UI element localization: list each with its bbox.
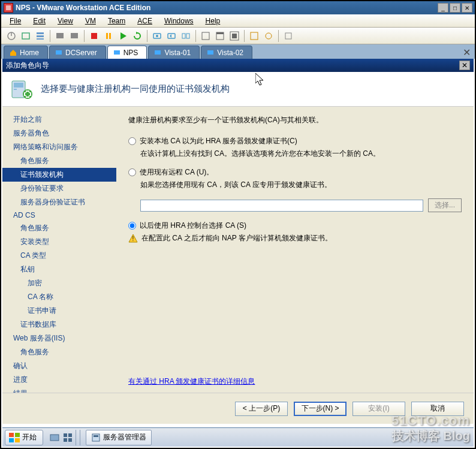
quick-launch-icon-1[interactable] — [49, 432, 60, 443]
svg-rect-9 — [91, 33, 97, 39]
menu-vm[interactable]: VM — [80, 16, 101, 26]
minimize-button[interactable]: _ — [438, 3, 448, 13]
toolbar-list-icon[interactable] — [34, 29, 47, 43]
menu-edit[interactable]: Edit — [28, 16, 50, 26]
close-button[interactable]: ✕ — [462, 3, 472, 13]
start-label: 开始 — [22, 432, 37, 442]
toolbar-window1-icon[interactable] — [199, 29, 212, 43]
wizard-nav-item[interactable]: 服务器角色 — [2, 126, 116, 140]
wizard-nav-item[interactable]: 私钥 — [2, 263, 116, 276]
help-link[interactable]: 有关通过 HRA 颁发健康证书的详细信息 — [128, 376, 255, 387]
svg-rect-7 — [56, 33, 64, 38]
menu-windows[interactable]: Windows — [159, 16, 198, 26]
menu-help[interactable]: Help — [201, 16, 225, 26]
radio-configure-later[interactable] — [128, 222, 136, 230]
toolbar-snapshot-icon[interactable] — [150, 29, 164, 43]
wizard-nav-item[interactable]: CA 名称 — [2, 290, 116, 304]
maximize-button[interactable]: □ — [450, 3, 460, 13]
svg-rect-49 — [68, 438, 72, 442]
wizard-nav-item[interactable]: 服务器身份验证证书 — [2, 195, 116, 209]
wizard-content: 健康注册机构要求至少有一个证书颁发机构(CA)与其相关联。 安装本地 CA 以为… — [116, 107, 474, 393]
wizard-nav-item[interactable]: 身份验证要求 — [2, 182, 116, 195]
toolbar-window2-icon[interactable] — [213, 29, 227, 43]
taskbar-item-server-manager[interactable]: 服务器管理器 — [86, 430, 152, 445]
opt2-description: 如果您选择使用现有 CA，则该 CA 应专用于颁发健康证书。 — [140, 180, 462, 190]
svg-rect-24 — [251, 32, 258, 40]
toolbar-fullscreen-icon[interactable] — [228, 29, 241, 43]
svg-rect-44 — [15, 438, 20, 442]
browse-button[interactable]: 选择... — [428, 198, 462, 212]
tab-label: Vista-02 — [217, 49, 243, 57]
radio-use-remote-ca[interactable] — [128, 168, 136, 176]
svg-rect-28 — [114, 50, 120, 55]
install-button[interactable]: 安装(I) — [353, 402, 405, 416]
wizard-nav-item[interactable]: 安装类型 — [2, 235, 116, 249]
wizard-close-button[interactable]: ✕ — [459, 61, 470, 70]
remote-ca-input[interactable] — [140, 200, 423, 212]
warning-icon: ! — [128, 234, 138, 243]
cancel-button[interactable]: 取消 — [411, 402, 464, 416]
vmware-titlebar: NPS - VMware Workstation ACE Edition _ □… — [1, 1, 475, 14]
wizard-nav-item[interactable]: 证书申请 — [2, 304, 116, 318]
svg-marker-13 — [136, 32, 138, 34]
toolbar-stop-icon[interactable] — [88, 29, 101, 43]
wizard-nav-item[interactable]: Web 服务器(IIS) — [2, 332, 116, 345]
tab-nps[interactable]: NPS — [107, 46, 147, 59]
vmware-tab-bar: Home DCServer NPS Vista-01 Vista-02 ✕ — [1, 44, 475, 59]
tabs-close-icon[interactable]: ✕ — [463, 47, 472, 56]
wizard-nav-item[interactable]: 证书颁发机构 — [2, 168, 116, 182]
wizard-nav-item[interactable]: 进度 — [2, 373, 116, 387]
tab-home[interactable]: Home — [4, 46, 48, 59]
toolbar-manage-icon[interactable] — [179, 29, 192, 43]
wizard-nav-item[interactable]: 确认 — [2, 359, 116, 373]
toolbar-vm2-icon[interactable] — [68, 29, 81, 43]
toolbar-reset-icon[interactable] — [131, 29, 144, 43]
wizard-nav-item[interactable]: 证书数据库 — [2, 318, 116, 332]
svg-rect-42 — [15, 433, 20, 437]
svg-text:!: ! — [132, 236, 134, 242]
taskbar-separator — [80, 430, 82, 445]
quick-launch-icon-2[interactable] — [62, 432, 73, 443]
toolbar-unity2-icon[interactable] — [262, 29, 275, 43]
toolbar-revert-icon[interactable] — [165, 29, 178, 43]
radio-install-local-ca[interactable] — [128, 137, 136, 145]
prev-button[interactable]: < 上一步(P) — [235, 402, 288, 416]
tab-vista-01[interactable]: Vista-01 — [148, 46, 200, 59]
svg-rect-3 — [22, 33, 29, 39]
start-button[interactable]: 开始 — [5, 430, 43, 445]
wizard-nav-item[interactable]: 加密 — [2, 276, 116, 290]
wizard-nav-item[interactable]: 结果 — [2, 387, 116, 393]
wizard-nav-item[interactable]: 角色服务 — [2, 154, 116, 168]
wizard-nav-item[interactable]: 角色服务 — [2, 345, 116, 359]
menu-team[interactable]: Team — [103, 16, 130, 26]
menu-ace[interactable]: ACE — [132, 16, 157, 26]
toolbar-settings-icon[interactable] — [19, 29, 32, 43]
wizard-nav-item[interactable]: 角色服务 — [2, 221, 116, 235]
server-manager-icon — [91, 433, 101, 442]
toolbar-poweroff-icon[interactable] — [5, 29, 18, 43]
svg-rect-8 — [71, 33, 78, 38]
wizard-nav-item[interactable]: AD CS — [2, 209, 116, 221]
wizard-nav-item[interactable]: CA 类型 — [2, 249, 116, 263]
svg-rect-50 — [92, 434, 100, 441]
toolbar-vm1-icon[interactable] — [53, 29, 67, 43]
wizard-window-title: 添加角色向导 — [6, 61, 459, 71]
wizard-nav-item[interactable]: 网络策略和访问服务 — [2, 140, 116, 154]
svg-point-25 — [266, 33, 272, 39]
toolbar-unity1-icon[interactable] — [248, 29, 261, 43]
toolbar-play-icon[interactable] — [116, 29, 129, 43]
wizard-nav-item[interactable]: 开始之前 — [2, 113, 116, 126]
windows-taskbar: 开始 服务器管理器 — [2, 427, 474, 447]
menu-file[interactable]: File — [5, 16, 26, 26]
menu-view[interactable]: View — [53, 16, 78, 26]
svg-rect-30 — [207, 50, 213, 55]
toolbar-pause-icon[interactable] — [102, 29, 115, 43]
tab-vista-02[interactable]: Vista-02 — [201, 46, 252, 59]
svg-rect-41 — [9, 433, 14, 437]
warning-text: 在配置此 CA 之后才能向 NAP 客户端计算机颁发健康证书。 — [141, 233, 332, 243]
svg-rect-27 — [56, 50, 62, 55]
tab-dcserver[interactable]: DCServer — [49, 46, 106, 59]
next-button[interactable]: 下一步(N) > — [294, 402, 347, 416]
tab-label: Vista-01 — [164, 49, 191, 57]
toolbar-last-icon[interactable] — [282, 29, 295, 43]
